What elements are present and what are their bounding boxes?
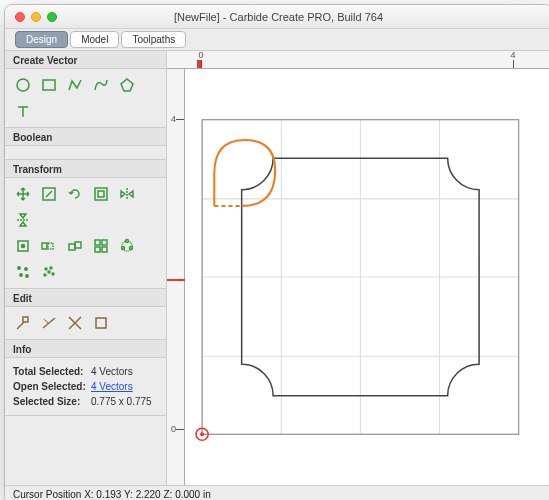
svg-rect-4 xyxy=(95,188,107,200)
text-tool-icon[interactable] xyxy=(13,101,33,121)
section-info: Info xyxy=(5,340,166,358)
tab-design[interactable]: Design xyxy=(15,31,68,48)
svg-rect-15 xyxy=(102,247,107,252)
svg-rect-14 xyxy=(95,247,100,252)
tab-toolpaths[interactable]: Toolpaths xyxy=(121,31,186,48)
mirror-h-icon[interactable] xyxy=(117,184,137,204)
svg-point-25 xyxy=(50,267,52,269)
svg-rect-30 xyxy=(96,318,106,328)
svg-point-27 xyxy=(44,274,46,276)
section-transform: Transform xyxy=(5,160,166,178)
info-total-selected-value: 4 Vectors xyxy=(91,366,133,377)
svg-rect-10 xyxy=(69,244,75,250)
svg-point-7 xyxy=(22,245,25,248)
info-open-selected-label: Open Selected: xyxy=(13,381,91,392)
offset-tool-icon[interactable] xyxy=(91,184,111,204)
svg-marker-2 xyxy=(121,79,133,91)
drawing-viewport xyxy=(185,69,549,485)
ruler-y-4: 4 xyxy=(171,114,176,124)
svg-point-23 xyxy=(26,275,28,277)
corner-tool-icon[interactable] xyxy=(91,313,111,333)
section-edit: Edit xyxy=(5,289,166,307)
svg-rect-9 xyxy=(48,243,53,249)
mirror-v-icon[interactable] xyxy=(13,210,33,230)
info-selected-size-value: 0.775 x 0.775 xyxy=(91,396,152,407)
tab-model[interactable]: Model xyxy=(70,31,119,48)
selected-open-vectors xyxy=(214,140,275,206)
svg-rect-8 xyxy=(42,243,47,249)
node-edit-icon[interactable] xyxy=(13,313,33,333)
svg-rect-13 xyxy=(102,240,107,245)
point-cloud-icon[interactable] xyxy=(13,262,33,282)
align-tool-icon[interactable] xyxy=(13,236,33,256)
svg-point-20 xyxy=(18,267,20,269)
svg-rect-29 xyxy=(23,317,28,322)
ruler-horizontal: 0 4 xyxy=(167,51,549,69)
move-tool-icon[interactable] xyxy=(13,184,33,204)
window-title: [NewFile] - Carbide Create PRO, Build 76… xyxy=(5,11,549,23)
svg-point-28 xyxy=(52,273,54,275)
info-selected-size-label: Selected Size: xyxy=(13,396,91,407)
ruler-vertical: 4 0 xyxy=(167,69,185,485)
group-icon[interactable] xyxy=(65,236,85,256)
svg-point-43 xyxy=(200,432,204,436)
canvas-area[interactable]: 0 4 4 0 xyxy=(167,51,549,485)
statusbar: Cursor Position X: 0.193 Y: 2.220 Z: 0.0… xyxy=(5,485,549,500)
spray-icon[interactable] xyxy=(39,262,59,282)
cut-tool-icon[interactable] xyxy=(65,313,85,333)
trim-tool-icon[interactable] xyxy=(39,313,59,333)
ruler-x-4: 4 xyxy=(510,51,515,60)
ruler-x-0: 0 xyxy=(198,51,203,60)
rectangle-tool-icon[interactable] xyxy=(39,75,59,95)
polyline-tool-icon[interactable] xyxy=(65,75,85,95)
section-boolean: Boolean xyxy=(5,128,166,146)
svg-rect-5 xyxy=(98,191,104,197)
circle-tool-icon[interactable] xyxy=(13,75,33,95)
array-grid-icon[interactable] xyxy=(91,236,111,256)
svg-point-24 xyxy=(45,268,47,270)
curve-tool-icon[interactable] xyxy=(91,75,111,95)
array-linear-icon[interactable] xyxy=(39,236,59,256)
svg-point-22 xyxy=(20,274,22,276)
drawing-svg[interactable] xyxy=(185,69,549,485)
titlebar: [NewFile] - Carbide Create PRO, Build 76… xyxy=(5,5,549,29)
svg-point-26 xyxy=(48,271,50,273)
svg-point-21 xyxy=(25,268,27,270)
left-sidebar: Create Vector Boolean Transform xyxy=(5,51,167,485)
svg-rect-12 xyxy=(95,240,100,245)
section-create-vector: Create Vector xyxy=(5,51,166,69)
info-total-selected-label: Total Selected: xyxy=(13,366,91,377)
svg-rect-1 xyxy=(43,80,55,90)
svg-rect-11 xyxy=(75,242,81,248)
polygon-tool-icon[interactable] xyxy=(117,75,137,95)
info-open-selected-link[interactable]: 4 Vectors xyxy=(91,381,133,392)
svg-point-0 xyxy=(17,79,29,91)
scale-tool-icon[interactable] xyxy=(39,184,59,204)
ruler-y-0: 0 xyxy=(171,424,176,434)
rotate-tool-icon[interactable] xyxy=(65,184,85,204)
array-circular-icon[interactable] xyxy=(117,236,137,256)
cursor-position: Cursor Position X: 0.193 Y: 2.220 Z: 0.0… xyxy=(13,489,211,500)
mode-tabbar: Design Model Toolpaths xyxy=(5,29,549,51)
